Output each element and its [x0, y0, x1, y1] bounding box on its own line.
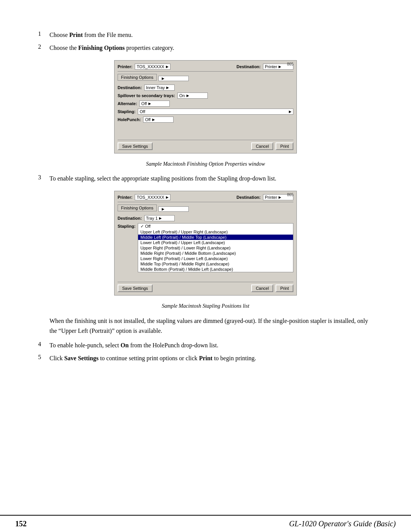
dest-dropdown-arrow: ▶ — [166, 86, 169, 89]
stapling-item-8[interactable]: Middle Bottom (Portrait) / Middle Left (… — [138, 267, 293, 272]
dialog1-holepunch-select[interactable]: Off ▶ — [143, 117, 174, 123]
dialog2-page-ref: 865 — [287, 193, 293, 197]
step-text-5: Click Save Settings to continue setting … — [49, 354, 256, 363]
dialog2-printer-label: Printer: — [118, 195, 132, 200]
dialog2-dest-dropdown-arrow: ▶ — [159, 216, 162, 220]
dialog2-section-select[interactable]: ▶ — [158, 206, 189, 212]
stapling-item-1[interactable]: Upper Left (Portrait) / Upper Right (Lan… — [138, 229, 293, 235]
stapling-item-6[interactable]: Lower Right (Portrait) / Lower Left (Lan… — [138, 256, 293, 261]
dialog1-page-ref: 865 — [287, 62, 293, 66]
step-text-1: Choose Print from the File menu. — [49, 30, 133, 40]
step-text-2: Choose the Finishing Options properties … — [49, 43, 174, 53]
dialog2-dest-label: Destination: — [118, 216, 142, 220]
dialog1-alternate-label: Alternate: — [118, 101, 137, 106]
dialog2-destination-dropdown-arrow: ▶ — [279, 195, 281, 199]
step-text-4: To enable hole-punch, select On from the… — [49, 341, 218, 350]
dialog1-destination-label: Destination: — [236, 64, 261, 69]
stapling-item-off[interactable]: Off — [138, 224, 293, 229]
dialog1-cancel-button[interactable]: Cancel — [251, 142, 273, 150]
dialog2-save-button[interactable]: Save Settings — [118, 284, 153, 292]
dialog2-print-button[interactable]: Print — [276, 284, 293, 292]
stapling-item-7[interactable]: Middle Top (Portrait) / Middle Right (La… — [138, 261, 293, 267]
dialog1-stapling-label: Stapling: — [118, 109, 135, 114]
dialog-1: 865 Printer: TOS_XXXXXX ▶ Destination: P… — [114, 60, 297, 153]
step-5: 5 Click Save Settings to continue settin… — [38, 354, 373, 363]
dialog2-destination-label: Destination: — [236, 195, 261, 200]
dialog1-stapling-select[interactable]: Off ▶ — [138, 109, 293, 115]
dialog2-stapling-label: Stapling: — [118, 224, 135, 228]
step-text-3: To enable stapling, select the appropria… — [49, 174, 276, 183]
alternate-dropdown-arrow: ▶ — [148, 102, 151, 105]
finishing-unit-paragraph: When the finishing unit is not installed… — [49, 316, 373, 335]
step-number-3: 3 — [38, 174, 49, 181]
dialog1-spillover-label: Spillover to secondary trays: — [118, 93, 175, 98]
dialog1-printer-left: Printer: TOS_XXXXXX ▶ — [118, 64, 170, 70]
dialog1-printer-row: Printer: TOS_XXXXXX ▶ Destination: Print… — [118, 64, 293, 72]
dialog1-holepunch-label: HolePunch: — [118, 117, 141, 122]
stapling-item-3[interactable]: Lower Left (Portrait) / Upper Left (Land… — [138, 240, 293, 245]
dialog1-destination-right: Destination: Printer ▶ — [236, 64, 293, 70]
dialog1-footer: Save Settings Cancel Print — [118, 140, 293, 150]
footer-page-number: 152 — [15, 519, 27, 528]
dialog2-printer-select[interactable]: TOS_XXXXXX ▶ — [135, 194, 170, 200]
page-content: 1 Choose Print from the File menu. 2 Cho… — [0, 0, 411, 397]
stapling-item-2[interactable]: Middle Left (Portrait) / Middle Top (Lan… — [138, 235, 293, 240]
footer-bar: 152 GL-1020 Operator's Guide (Basic) — [0, 515, 411, 532]
dialog1-spillover-select[interactable]: On ▶ — [177, 93, 208, 99]
dialog2-section-row: Finishing Options ▶ — [118, 204, 293, 213]
dialog1-section-title: Finishing Options — [118, 74, 157, 81]
stapling-item-5[interactable]: Middle Right (Portrait) / Middle Bottom … — [138, 251, 293, 256]
dialog1-dest-select[interactable]: Inner Tray ▶ — [144, 85, 175, 91]
dialog2-dest-select[interactable]: Tray 1 ▶ — [144, 215, 175, 221]
holepunch-dropdown-arrow: ▶ — [152, 118, 155, 121]
step-4: 4 To enable hole-punch, select On from t… — [38, 341, 373, 350]
dialog2-printer-dropdown-arrow: ▶ — [166, 195, 169, 199]
footer-title: GL-1020 Operator's Guide (Basic) — [289, 519, 396, 528]
step-number-4: 4 — [38, 341, 49, 348]
dialog1-dest-label: Destination: — [118, 85, 142, 90]
spillover-dropdown-arrow: ▶ — [186, 94, 189, 97]
dialog1-dest-row: Destination: Inner Tray ▶ — [118, 85, 293, 91]
dialog1-holepunch-row: HolePunch: Off ▶ — [118, 117, 293, 123]
dialog1-alternate-row: Alternate: Off ▶ — [118, 101, 293, 107]
dialog1-stapling-row: Stapling: Off ▶ — [118, 109, 293, 115]
stapling-dropdown-arrow: ▶ — [289, 110, 292, 113]
dialog2-stapling-dropdown-wrapper: Off Upper Left (Portrait) / Upper Right … — [138, 223, 293, 272]
dialog2-caption: Sample Macintosh Stapling Positions list — [38, 303, 373, 309]
dialog2-footer: Save Settings Cancel Print — [118, 282, 293, 292]
dialog2-btn-group: Cancel Print — [251, 284, 293, 292]
dialog1-printer-select[interactable]: TOS_XXXXXX ▶ — [135, 64, 170, 70]
step-1: 1 Choose Print from the File menu. — [38, 30, 373, 40]
dialog2-cancel-button[interactable]: Cancel — [251, 284, 273, 292]
step-3: 3 To enable stapling, select the appropr… — [38, 174, 373, 183]
destination-dropdown-arrow: ▶ — [279, 65, 281, 69]
dialog2-stapling-dropdown[interactable]: Off Upper Left (Portrait) / Upper Right … — [138, 223, 293, 272]
dialog1-alternate-select[interactable]: Off ▶ — [139, 101, 170, 107]
dialog2-destination-right: Destination: Printer ▶ — [236, 194, 293, 200]
step-number-5: 5 — [38, 354, 49, 361]
dialog2-section-title: Finishing Options — [118, 204, 157, 211]
step-2: 2 Choose the Finishing Options propertie… — [38, 43, 373, 53]
step-number-2: 2 — [38, 43, 49, 50]
dialog1-section-select[interactable]: ▶ — [158, 76, 189, 81]
stapling-item-4[interactable]: Upper Right (Portrait) / Lower Right (La… — [138, 245, 293, 251]
dialog2-section-dropdown-arrow: ▶ — [162, 207, 164, 211]
step-number-1: 1 — [38, 30, 49, 37]
dialog2-printer-row: Printer: TOS_XXXXXX ▶ Destination: Print… — [118, 194, 293, 202]
section-dropdown-arrow: ▶ — [162, 77, 164, 80]
dialog-2: 865 Printer: TOS_XXXXXX ▶ Destination: P… — [114, 191, 297, 296]
dialog2-dest-row: Destination: Tray 1 ▶ — [118, 215, 293, 221]
dialog1-btn-group: Cancel Print — [251, 142, 293, 150]
dialog1-print-button[interactable]: Print — [276, 142, 293, 150]
dialog2-stapling-row: Stapling: Off Upper Left (Portrait) / Up… — [118, 223, 293, 272]
dialog2-printer-left: Printer: TOS_XXXXXX ▶ — [118, 194, 170, 200]
dialog1-spillover-row: Spillover to secondary trays: On ▶ — [118, 93, 293, 99]
dialog1-caption: Sample Macintosh Finishing Option Proper… — [38, 161, 373, 167]
dialog1-save-button[interactable]: Save Settings — [118, 142, 153, 150]
dialog1-printer-label: Printer: — [118, 64, 132, 69]
printer-dropdown-arrow: ▶ — [166, 65, 169, 69]
dialog1-section-row: Finishing Options ▶ — [118, 74, 293, 83]
